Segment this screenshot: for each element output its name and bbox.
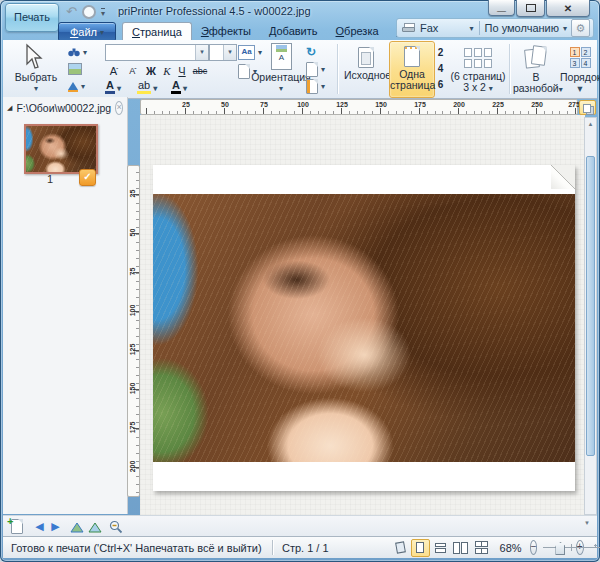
ruler-label: 150: [366, 101, 396, 108]
view-mode-grid-button[interactable]: [471, 539, 490, 557]
tab-obrezka[interactable]: Обрезка: [327, 22, 388, 40]
view-mode-continuous-button[interactable]: [431, 539, 450, 557]
redo-icon[interactable]: [82, 5, 96, 19]
file-menu-button[interactable]: Файл ▾: [58, 22, 116, 42]
ruler-label: 25: [171, 101, 201, 108]
image-icon: [68, 63, 82, 75]
undo-icon[interactable]: ↶: [66, 5, 77, 19]
preview-page[interactable]: [153, 165, 575, 491]
tab-label: Добавить: [269, 25, 318, 37]
flip-right-icon: [88, 521, 103, 533]
font-name-combobox[interactable]: ▾: [105, 44, 209, 61]
navigation-toolbar: + ◀ ▶ ▼: [3, 515, 597, 537]
printer-profile[interactable]: По умолчанию: [485, 22, 559, 34]
previous-page-button[interactable]: ◀: [31, 518, 48, 535]
original-layout-button[interactable]: Исходное: [343, 42, 389, 97]
grow-font-button[interactable]: Аˆ: [105, 63, 123, 78]
printer-settings-button[interactable]: ⚙: [571, 19, 590, 37]
view-mode-single-page-button[interactable]: [411, 539, 430, 557]
maximize-button[interactable]: [516, 0, 545, 17]
flip-left-button[interactable]: [69, 518, 86, 535]
ruler-label: 75: [249, 101, 279, 108]
font-name-value: [106, 45, 195, 60]
scroll-down-icon[interactable]: ▼: [584, 520, 590, 526]
tab-stranitsa[interactable]: Страница: [122, 22, 192, 40]
shrink-font-button[interactable]: Аˇ: [124, 63, 142, 78]
horizontal-ruler: 25 50 75 100 125 150 175 200 225 250 275: [140, 99, 578, 115]
font-color-button[interactable]: А▾: [105, 80, 121, 96]
flip-right-button[interactable]: [87, 518, 104, 535]
tab-dobavit[interactable]: Добавить: [260, 22, 327, 40]
scroll-up-icon[interactable]: ▲: [585, 118, 596, 131]
text-style-button[interactable]: Aa▾: [235, 44, 265, 60]
zoom-slider[interactable]: [543, 541, 567, 554]
menu-bar: Файл ▾ Страница Эффекты Добавить Обрезка…: [0, 22, 600, 40]
group-divider: [509, 44, 510, 94]
original-label: Исходное: [344, 70, 388, 81]
minimize-button[interactable]: —: [488, 0, 515, 16]
shuffle-pages-icon: [524, 45, 548, 71]
chevron-down-icon: ▾: [83, 48, 87, 57]
collapse-icon[interactable]: ◢: [7, 104, 12, 112]
page-order-button[interactable]: 1234 Порядок ▾: [559, 42, 600, 97]
scrollbar-thumb[interactable]: [586, 156, 595, 456]
status-bar: Готово к печати ('Ctrl+X' Напечатать всё…: [3, 536, 597, 558]
underline-color-button[interactable]: А▾: [171, 80, 187, 96]
divider: [479, 21, 480, 35]
strikethrough-button[interactable]: abc: [190, 63, 210, 78]
select-cursor-icon[interactable]: [19, 43, 45, 70]
single-page-icon: [416, 542, 424, 553]
highlighter-button[interactable]: ▾: [65, 78, 97, 94]
page-size-button[interactable]: ▾: [303, 61, 333, 77]
printer-dropdown-icon[interactable]: ▾: [470, 24, 474, 33]
four-pages-button[interactable]: 4: [434, 61, 447, 76]
tab-effekty[interactable]: Эффекты: [192, 22, 260, 40]
chevron-down-icon: ▾: [560, 83, 600, 94]
shuffle-label: В разнобой: [513, 71, 559, 94]
chevron-down-icon[interactable]: ▾: [195, 45, 208, 60]
vertical-scrollbar[interactable]: ▲: [584, 117, 597, 515]
vertical-ruler: 25 50 75 100 125 150 175 200: [127, 165, 140, 497]
magnifier-minus-icon: [109, 520, 123, 534]
close-button[interactable]: ✕: [546, 0, 590, 17]
view-mode-facing-button[interactable]: [451, 539, 470, 557]
text-highlight-button[interactable]: ab▾: [137, 80, 157, 96]
shuffle-pages-button[interactable]: В разнобой▾: [512, 42, 560, 97]
customize-qat-icon[interactable]: ▾: [101, 8, 105, 17]
orientation-icon[interactable]: A: [271, 43, 292, 70]
six-pages-count-button[interactable]: 6: [434, 77, 447, 92]
page-margins-button[interactable]: ▾: [303, 78, 333, 94]
six-pages-layout-button[interactable]: (6 страниц) 3 x 2 ▾: [448, 42, 508, 97]
ruler-label: 25: [129, 179, 136, 209]
italic-button[interactable]: К: [160, 63, 174, 78]
group-divider: [337, 44, 338, 94]
photo-content[interactable]: [153, 194, 575, 462]
zoom-slider-thumb[interactable]: [555, 542, 565, 555]
find-button[interactable]: ▾: [65, 44, 97, 60]
view-mode-reader-button[interactable]: [391, 539, 410, 557]
select-button[interactable]: Выбрать: [5, 71, 67, 83]
font-size-combobox[interactable]: ▾: [209, 44, 237, 61]
chevron-down-icon: ▾: [100, 28, 104, 37]
insert-image-button[interactable]: [65, 61, 97, 77]
profile-dropdown-icon[interactable]: ▾: [563, 24, 567, 33]
ruler-options-button[interactable]: [579, 100, 596, 115]
ruler-label: 100: [129, 296, 136, 326]
bold-button[interactable]: Ж: [143, 63, 159, 78]
remove-document-icon[interactable]: ×: [115, 101, 123, 115]
preview-canvas[interactable]: [140, 115, 585, 535]
rotate-page-button[interactable]: ↻: [303, 44, 333, 60]
continuous-view-icon: [435, 543, 446, 553]
add-page-button[interactable]: +: [8, 518, 25, 535]
select-dropdown-icon[interactable]: ▾: [5, 84, 67, 93]
zoom-out-button[interactable]: [107, 518, 124, 535]
underline-button[interactable]: Ч: [175, 63, 189, 78]
zoom-minus-button[interactable]: −: [530, 540, 538, 555]
page-checkbox[interactable]: ✓: [79, 169, 96, 186]
page-thumbnail[interactable]: [24, 124, 98, 174]
one-page-layout-button[interactable]: Одна страница: [389, 41, 435, 98]
two-pages-button[interactable]: 2: [434, 45, 447, 60]
next-page-button[interactable]: ▶: [47, 518, 64, 535]
printer-name[interactable]: Fax: [420, 22, 438, 34]
chevron-down-icon: ▾: [321, 65, 325, 74]
